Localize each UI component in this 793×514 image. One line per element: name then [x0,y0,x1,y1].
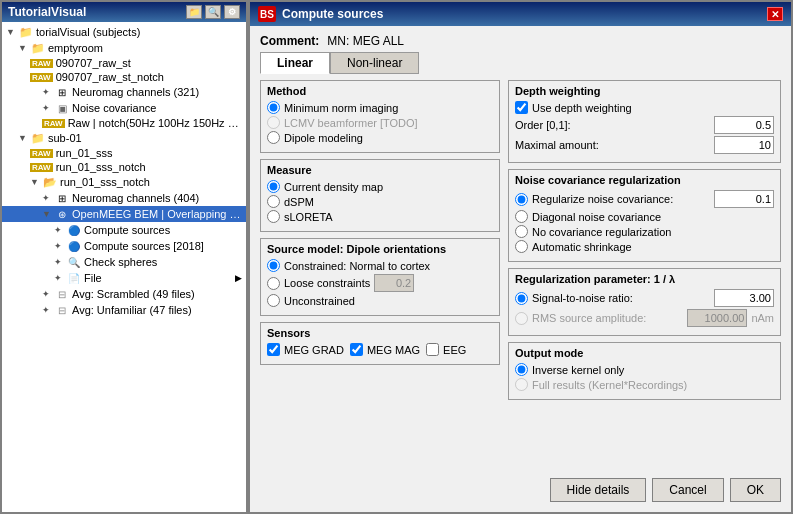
radio-diagonal-label: Diagonal noise covariance [532,211,661,223]
tree-item-neuro321[interactable]: ✦ ⊞ Neuromag channels (321) [2,84,246,100]
tree-label: Check spheres [84,256,157,268]
expand-icon: ✦ [42,289,52,299]
title-icon-2[interactable]: 🔍 [205,5,221,19]
tree-item-run01sss[interactable]: RAW run_01_sss [2,146,246,160]
method-section: Method Minimum norm imaging LCMV beamfor… [260,80,500,153]
snr-value-input[interactable] [714,289,774,307]
radio-sloreta: sLORETA [267,210,493,223]
sensors-row: MEG GRAD MEG MAG EEG [267,343,493,358]
radio-no-cov-input[interactable] [515,225,528,238]
noise-cov-title: Noise covariance regularization [515,174,774,186]
tree-label: Raw | notch(50Hz 100Hz 150Hz 200Hz [68,117,242,129]
tree-item-openmeeg[interactable]: ▼ ⊛ OpenMEEG BEM | Overlapping spheres [2,206,246,222]
panel-title-bar: TutorialVisual 📁 🔍 ⚙ [2,2,246,22]
radio-rms-input[interactable] [515,312,528,325]
tree-item-avg2[interactable]: ✦ ⊟ Avg: Unfamiliar (47 files) [2,302,246,318]
use-depth-row: Use depth weighting [515,101,774,114]
cancel-button[interactable]: Cancel [652,478,723,502]
tab-nonlinear[interactable]: Non-linear [330,52,419,74]
check-meg-grad-label: MEG GRAD [284,344,344,356]
ok-button[interactable]: OK [730,478,781,502]
radio-sloreta-input[interactable] [267,210,280,223]
title-icon-1[interactable]: 📁 [186,5,202,19]
tree-item-raw1[interactable]: RAW 090707_raw_st [2,56,246,70]
radio-auto-shrink-input[interactable] [515,240,528,253]
raw-badge: RAW [30,73,53,82]
check-eeg-input[interactable] [426,343,439,356]
bottom-row: Hide details Cancel OK [260,474,781,504]
radio-snr-input[interactable] [515,292,528,305]
radio-dipole-label: Dipole modeling [284,132,363,144]
radio-auto-shrink-label: Automatic shrinkage [532,241,632,253]
order-label: Order [0,1]: [515,119,571,131]
tree-item-sub01[interactable]: ▼ 📁 sub-01 [2,130,246,146]
dialog-body: Comment: MN: MEG ALL Linear Non-linear M… [250,26,791,512]
check-meg-mag: MEG MAG [350,343,420,356]
radio-unconstrained-input[interactable] [267,294,280,307]
title-icon-3[interactable]: ⚙ [224,5,240,19]
tree-label: OpenMEEG BEM | Overlapping spheres [72,208,242,220]
tree-label: torialVisual (subjects) [36,26,140,38]
tab-linear[interactable]: Linear [260,52,330,74]
radio-dspm-input[interactable] [267,195,280,208]
radio-lcmv-input[interactable] [267,116,280,129]
expand-icon: ▼ [18,43,28,53]
radio-rms: RMS source amplitude: nAm [515,309,774,327]
compute-sources-dialog: BS Compute sources ✕ Comment: MN: MEG AL… [248,0,793,514]
avg-icon: ⊟ [55,287,69,301]
tree-item-emptyroom[interactable]: ▼ 📁 emptyroom [2,40,246,56]
raw-badge: RAW [42,119,65,128]
left-column: Method Minimum norm imaging LCMV beamfor… [260,80,500,470]
dialog-close-button[interactable]: ✕ [767,7,783,21]
comment-label: Comment: [260,34,319,48]
tree-item-raw2[interactable]: RAW 090707_raw_st_notch [2,70,246,84]
radio-constrained-input[interactable] [267,259,280,272]
loose-value-input[interactable] [374,274,414,292]
tree-item-checkspheres[interactable]: ✦ 🔍 Check spheres [2,254,246,270]
bs-icon: BS [258,6,276,22]
tree-item-file[interactable]: ✦ 📄 File ▶ [2,270,246,286]
noise-icon: ▣ [55,101,69,115]
tree-item-raw3[interactable]: RAW Raw | notch(50Hz 100Hz 150Hz 200Hz [2,116,246,130]
radio-loose: Loose constraints [267,274,493,292]
radio-current-input[interactable] [267,180,280,193]
order-input[interactable] [714,116,774,134]
check-meg-mag-input[interactable] [350,343,363,356]
tree-item-compute2[interactable]: ✦ 🔵 Compute sources [2018] [2,238,246,254]
radio-diagonal-input[interactable] [515,210,528,223]
radio-dipole: Dipole modeling [267,131,493,144]
radio-inverse-input[interactable] [515,363,528,376]
tree-label: run_01_sss_notch [60,176,150,188]
radio-min-norm-input[interactable] [267,101,280,114]
tree-item-run01sss-notch2[interactable]: ▼ 📂 run_01_sss_notch [2,174,246,190]
hide-details-button[interactable]: Hide details [550,478,647,502]
rms-value-input[interactable] [687,309,747,327]
tree-item-noise[interactable]: ✦ ▣ Noise covariance [2,100,246,116]
check-meg-grad-input[interactable] [267,343,280,356]
check-meg-grad: MEG GRAD [267,343,344,356]
expand-icon: ✦ [54,257,64,267]
max-amount-input[interactable] [714,136,774,154]
radio-unconstrained-label: Unconstrained [284,295,355,307]
regularize-value-input[interactable] [714,190,774,208]
dialog-title-left: BS Compute sources [258,6,383,22]
radio-loose-input[interactable] [267,277,280,290]
expand-icon: ✦ [54,225,64,235]
radio-regularize-input[interactable] [515,193,528,206]
tree-item-run01sss-notch[interactable]: RAW run_01_sss_notch [2,160,246,174]
tree-item-neuro404[interactable]: ✦ ⊞ Neuromag channels (404) [2,190,246,206]
tree-item-compute1[interactable]: ✦ 🔵 Compute sources [2,222,246,238]
radio-constrained: Constrained: Normal to cortex [267,259,493,272]
tree-label: sub-01 [48,132,82,144]
radio-regularize-label: Regularize noise covariance: [532,193,673,205]
radio-lcmv-label: LCMV beamformer [TODO] [284,117,418,129]
radio-no-cov: No covariance regularization [515,225,774,238]
tree-item-avg1[interactable]: ✦ ⊟ Avg: Scrambled (49 files) [2,286,246,302]
radio-dipole-input[interactable] [267,131,280,144]
tree-item-subjects[interactable]: ▼ 📁 torialVisual (subjects) [2,24,246,40]
use-depth-checkbox[interactable] [515,101,528,114]
radio-dspm-label: dSPM [284,196,314,208]
rms-unit-label: nAm [751,312,774,324]
max-amount-label: Maximal amount: [515,139,599,151]
radio-full-input[interactable] [515,378,528,391]
